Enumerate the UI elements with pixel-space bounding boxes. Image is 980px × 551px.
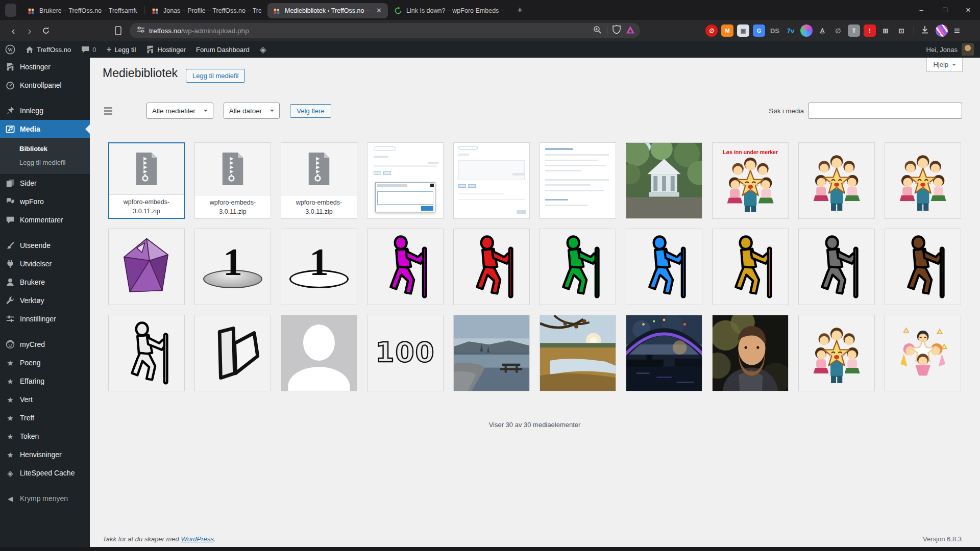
submenu-item-bibliotek[interactable]: Bibliotek — [0, 142, 90, 156]
help-button[interactable]: Hjelp — [926, 58, 963, 72]
browser-tab[interactable]: Jonas – Profile – TreffOss.no – Treffsa — [146, 3, 266, 18]
sidebar-item-vert[interactable]: ★Vert — [0, 390, 90, 409]
media-item-zip[interactable]: wpforo-embeds-3.0.11.zip — [281, 142, 357, 219]
media-type-select[interactable]: Alle mediefiler — [146, 103, 213, 119]
sidebar-item-sider[interactable]: Sider — [0, 174, 90, 192]
url-text[interactable]: treffoss.no/wp-admin/upload.php — [149, 27, 593, 35]
sidebar-item-brukere[interactable]: Brukere — [0, 273, 90, 291]
media-item-zip[interactable]: wpforo-embeds-3.0.11.zip — [108, 142, 185, 219]
search-media-input[interactable] — [808, 103, 962, 119]
comments-menu[interactable]: 0 — [76, 41, 101, 58]
browser-tab[interactable]: Mediebibliotek ‹ TreffOss.no — W✕ — [267, 3, 388, 18]
sidebar-item-treff[interactable]: ★Treff — [0, 409, 90, 427]
media-item-kids-star[interactable] — [798, 315, 875, 391]
disabled-icon[interactable]: ∅ — [832, 24, 844, 37]
media-item-kids-star[interactable] — [798, 142, 875, 219]
sidebar-item-innstillinger[interactable]: Innstillinger — [0, 310, 90, 328]
minimize-button[interactable]: – — [910, 0, 933, 20]
user-avatar[interactable] — [962, 43, 974, 56]
grid-view-icon[interactable] — [120, 105, 131, 116]
sidebar-item-henvisninger[interactable]: ★Henvisninger — [0, 445, 90, 464]
back-button[interactable]: ‹ — [5, 23, 21, 38]
date-filter-select[interactable]: Alle datoer — [224, 103, 280, 119]
7v-icon[interactable]: 7v — [785, 24, 797, 37]
downloads-icon[interactable] — [920, 25, 929, 36]
browser-menu-icon[interactable]: ≡ — [954, 25, 960, 37]
puzzle-icon[interactable]: ⊞ — [879, 24, 892, 37]
close-window-button[interactable]: × — [957, 0, 980, 20]
new-content-menu[interactable]: + Legg til — [101, 41, 141, 58]
sidebar-item-effaring[interactable]: ★Effaring — [0, 372, 90, 390]
sidebar-item-media[interactable]: Media — [0, 120, 90, 138]
profile-avatar-icon[interactable] — [936, 24, 948, 37]
alert-icon[interactable]: ! — [864, 24, 876, 37]
media-item-num100[interactable]: 100 — [367, 315, 444, 391]
forum-dashboard-menu[interactable]: Forum Dashboard — [191, 41, 255, 58]
media-item-screenshot[interactable] — [540, 142, 616, 219]
t-square-icon[interactable]: T — [848, 24, 860, 37]
sidebar-item-token[interactable]: ★Token — [0, 427, 90, 445]
media-item-photo[interactable] — [712, 315, 789, 391]
submenu-item-legg-til-mediefil[interactable]: Legg til mediefil — [0, 156, 90, 169]
adblock-icon[interactable]: ∅ — [705, 24, 718, 37]
greeting-text[interactable]: Hei, Jonas — [926, 46, 958, 54]
sidebar-item-innlegg[interactable]: Innlegg — [0, 102, 90, 120]
media-item-zip[interactable]: wpforo-embeds-3.0.11.zip — [194, 142, 271, 219]
sidebar-item-verkt-y[interactable]: Verktøy — [0, 291, 90, 310]
window-search-icon[interactable]: ⊡ — [895, 24, 908, 37]
media-item-hiker[interactable] — [367, 229, 444, 305]
browser-tab[interactable]: Brukere – TreffOss.no – Treffsamfunn — [22, 3, 142, 18]
list-view-icon[interactable] — [103, 105, 114, 116]
color-circle-icon[interactable] — [800, 24, 813, 37]
media-item-gem[interactable] — [108, 229, 185, 305]
achievements-menu[interactable]: ◈ — [255, 41, 272, 58]
bulk-select-button[interactable]: Velg flere — [290, 104, 331, 118]
close-tab-icon[interactable]: ✕ — [375, 7, 383, 14]
media-item-avatar[interactable] — [281, 315, 357, 391]
forward-button[interactable]: › — [21, 23, 38, 38]
add-media-button[interactable]: Legg til mediefil — [186, 69, 245, 83]
reload-button[interactable] — [38, 23, 54, 38]
media-item-kids-ring[interactable] — [885, 315, 961, 391]
sidebar-item-hostinger[interactable]: Hostinger — [0, 58, 90, 76]
sidebar-item-wpforo[interactable]: wpForo — [0, 192, 90, 211]
zoom-page-icon[interactable] — [593, 26, 602, 36]
media-item-kids-star[interactable]: Løs inn under merker — [712, 142, 789, 219]
hostinger-menu[interactable]: Hostinger — [141, 41, 191, 58]
wordpress-link[interactable]: WordPress — [181, 535, 213, 543]
sidebar-item-kommentarer[interactable]: Kommentarer — [0, 211, 90, 229]
fox-wallet-icon[interactable]: M — [721, 24, 733, 37]
bookmarks-sidebar-icon[interactable] — [110, 23, 126, 38]
media-item-hiker[interactable] — [626, 229, 702, 305]
ds-icon[interactable]: DS — [769, 24, 781, 37]
sidebar-item-utseende[interactable]: Utseende — [0, 236, 90, 255]
media-item-hiker[interactable] — [453, 229, 530, 305]
maximize-button[interactable] — [933, 0, 957, 20]
media-item-photo[interactable] — [626, 315, 702, 391]
new-tab-button[interactable]: + — [510, 5, 530, 16]
sidebar-item-litespeed-cache[interactable]: ◈LiteSpeed Cache — [0, 464, 90, 482]
translate-icon[interactable]: G — [753, 24, 765, 37]
media-item-photo[interactable] — [540, 315, 616, 391]
media-item-hiker[interactable] — [798, 229, 875, 305]
media-item-hiker[interactable] — [885, 229, 961, 305]
sidebar-item-kontrollpanel[interactable]: Kontrollpanel — [0, 76, 90, 94]
sidebar-item-utvidelser[interactable]: Utvidelser — [0, 255, 90, 273]
brave-shield-icon[interactable] — [612, 25, 621, 36]
media-item-kids-star[interactable] — [885, 142, 961, 219]
media-item-booklet[interactable] — [194, 315, 271, 391]
site-name-menu[interactable]: TreffOss.no — [20, 41, 76, 58]
printer-icon[interactable]: ▣ — [737, 24, 749, 37]
media-item-photo[interactable] — [626, 142, 702, 219]
media-item-podium[interactable]: 1 — [281, 229, 357, 305]
site-permissions-icon[interactable] — [137, 26, 145, 35]
sidebar-item-mycred[interactable]: myCred — [0, 335, 90, 354]
media-item-photo[interactable] — [453, 315, 530, 391]
sidebar-item-krymp-menyen[interactable]: ◀Krymp menyen — [0, 489, 90, 508]
figure-icon[interactable]: ♙ — [816, 24, 828, 37]
media-item-hiker[interactable] — [540, 229, 616, 305]
brave-rewards-icon[interactable] — [626, 26, 635, 36]
browser-tab[interactable]: Link Is down? – wpForo Embeds – gV — [389, 3, 509, 18]
media-item-podium[interactable]: 1 — [194, 229, 271, 305]
url-bar[interactable]: treffoss.no/wp-admin/upload.php — [130, 23, 640, 38]
